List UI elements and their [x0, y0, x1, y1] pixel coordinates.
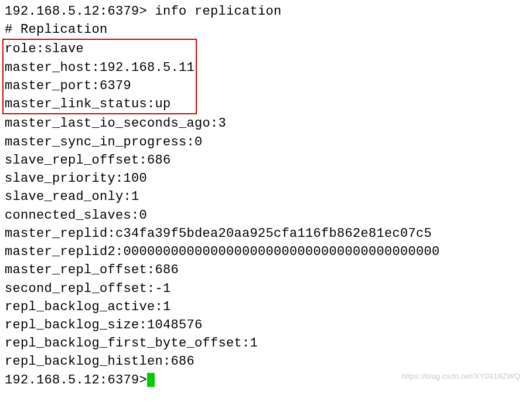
output-line: master_port:6379 — [5, 77, 195, 95]
output-line: role:slave — [5, 40, 195, 58]
output-line: slave_priority:100 — [5, 169, 527, 188]
output-line: repl_backlog_size:1048576 — [5, 316, 527, 334]
output-line: master_repl_offset:686 — [5, 261, 527, 279]
section-header: # Replication — [5, 21, 527, 39]
highlight-box: role:slave master_host:192.168.5.11 mast… — [2, 39, 197, 114]
output-line: master_replid2:0000000000000000000000000… — [5, 243, 527, 261]
output-line: repl_backlog_histlen:686 — [5, 352, 527, 371]
output-line: master_host:192.168.5.11 — [5, 59, 195, 77]
watermark: https://blog.csdn.net/XY0918ZWQ — [401, 371, 520, 382]
output-line: master_replid:c34fa39f5bdea20aa925cfa116… — [5, 225, 527, 243]
command-line: 192.168.5.12:6379> info replication — [5, 2, 527, 21]
output-line: connected_slaves:0 — [5, 206, 527, 225]
output-line: slave_repl_offset:686 — [5, 151, 527, 169]
output-line: master_link_status:up — [5, 95, 195, 113]
output-line: master_last_io_seconds_ago:3 — [5, 114, 527, 133]
prompt: 192.168.5.12:6379> — [5, 371, 147, 389]
output-line: slave_read_only:1 — [5, 188, 527, 206]
command-text: info replication — [155, 4, 282, 19]
prompt: 192.168.5.12:6379> — [5, 4, 155, 19]
cursor-icon — [147, 373, 155, 387]
output-line: repl_backlog_first_byte_offset:1 — [5, 334, 527, 352]
output-line: master_sync_in_progress:0 — [5, 133, 527, 151]
output-line: second_repl_offset:-1 — [5, 280, 527, 298]
output-line: repl_backlog_active:1 — [5, 298, 527, 316]
